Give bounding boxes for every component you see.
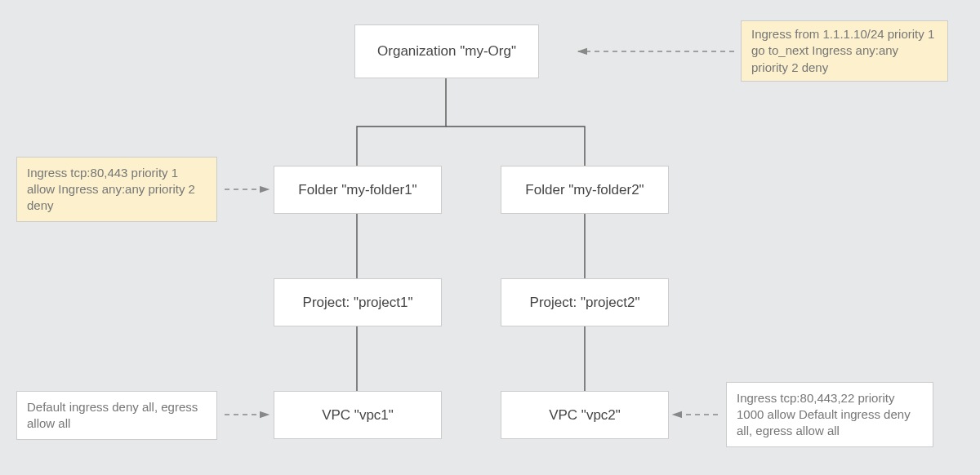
project2-label: Project: "project2" [530, 295, 640, 311]
folder1-label: Folder "my-folder1" [298, 182, 416, 198]
org-node: Organization "my-Org" [354, 24, 539, 78]
folder2-label: Folder "my-folder2" [525, 182, 644, 198]
callout-vpc1-text: Default ingress deny all, egress allow a… [27, 399, 207, 433]
project2-node: Project: "project2" [501, 278, 669, 326]
callout-folder1: Ingress tcp:80,443 priority 1 allow Ingr… [16, 157, 217, 222]
org-label: Organization "my-Org" [377, 43, 516, 60]
vpc1-node: VPC "vpc1" [274, 391, 442, 439]
vpc2-label: VPC "vpc2" [549, 407, 621, 424]
callout-org: Ingress from 1.1.1.10/24 priority 1 go t… [741, 20, 948, 82]
callout-org-text: Ingress from 1.1.1.10/24 priority 1 go t… [751, 26, 938, 76]
callout-folder1-text: Ingress tcp:80,443 priority 1 allow Ingr… [27, 165, 207, 215]
project1-node: Project: "project1" [274, 278, 442, 326]
project1-label: Project: "project1" [303, 295, 413, 311]
callout-vpc1: Default ingress deny all, egress allow a… [16, 391, 217, 440]
vpc1-label: VPC "vpc1" [322, 407, 394, 424]
callout-vpc2-text: Ingress tcp:80,443,22 priority 1000 allo… [737, 390, 923, 440]
folder2-node: Folder "my-folder2" [501, 166, 669, 214]
folder1-node: Folder "my-folder1" [274, 166, 442, 214]
vpc2-node: VPC "vpc2" [501, 391, 669, 439]
callout-vpc2: Ingress tcp:80,443,22 priority 1000 allo… [726, 382, 933, 447]
